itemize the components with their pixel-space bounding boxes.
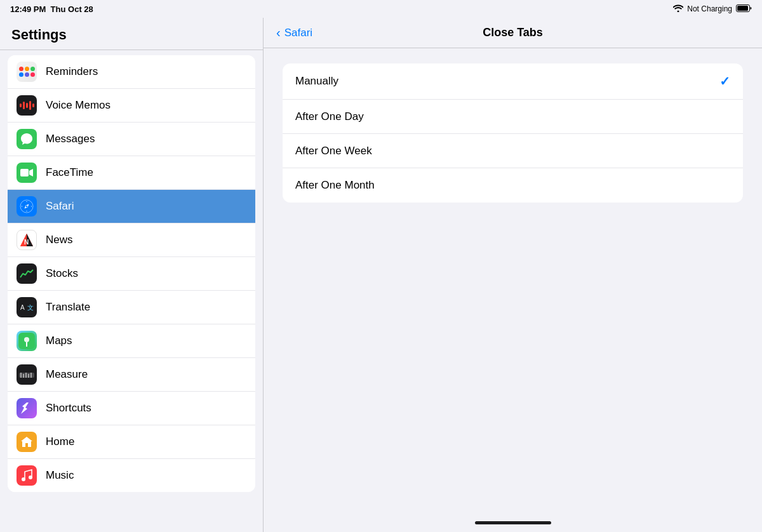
svg-text:N: N xyxy=(24,239,29,246)
detail-content: Manually ✓ After One Day After One Week … xyxy=(264,48,762,516)
voicememos-label: Voice Memos xyxy=(46,99,110,112)
option-manually-label: Manually xyxy=(295,75,338,88)
sidebar-item-music[interactable]: Music xyxy=(8,459,255,492)
option-manually[interactable]: Manually ✓ xyxy=(283,63,743,100)
stocks-label: Stocks xyxy=(46,267,78,280)
sidebar-item-voicememos[interactable]: Voice Memos xyxy=(8,89,255,123)
detail-title: Close Tabs xyxy=(483,26,543,39)
close-tabs-options: Manually ✓ After One Day After One Week … xyxy=(283,63,743,203)
svg-point-5 xyxy=(26,206,28,208)
voicememos-icon xyxy=(17,95,37,116)
status-time-date: 12:49 PM Thu Oct 28 xyxy=(10,4,93,14)
sidebar-item-translate[interactable]: A 文 Translate xyxy=(8,291,255,324)
reminders-icon xyxy=(17,62,37,82)
reminders-label: Reminders xyxy=(46,65,98,78)
option-afteroneweek-label: After One Week xyxy=(295,145,372,157)
translate-icon: A 文 xyxy=(17,297,37,317)
messages-icon xyxy=(17,129,37,149)
svg-point-19 xyxy=(29,475,32,479)
battery-icon xyxy=(736,4,752,14)
news-label: News xyxy=(46,234,73,246)
safari-label: Safari xyxy=(46,200,74,213)
music-label: Music xyxy=(46,469,74,482)
home-label: Home xyxy=(46,436,74,448)
svg-text:文: 文 xyxy=(27,304,34,311)
option-after-one-day[interactable]: After One Day xyxy=(283,100,743,134)
news-icon: N xyxy=(17,230,37,250)
settings-list: Reminders Voice Memos xyxy=(0,50,263,532)
main-container: Settings Reminders xyxy=(0,18,762,532)
facetime-icon xyxy=(17,163,37,183)
sidebar-item-messages[interactable]: Messages xyxy=(8,123,255,156)
measure-icon xyxy=(17,364,37,385)
home-indicator xyxy=(475,521,551,524)
measure-label: Measure xyxy=(46,368,88,381)
back-label: Safari xyxy=(284,27,312,39)
option-afteroneday-label: After One Day xyxy=(295,110,364,123)
translate-label: Translate xyxy=(46,301,90,314)
sidebar-item-maps[interactable]: Maps xyxy=(8,324,255,358)
checkmark-manually: ✓ xyxy=(719,74,730,89)
safari-icon xyxy=(17,196,37,216)
svg-text:A: A xyxy=(20,304,25,311)
detail-header: ‹ Safari Close Tabs xyxy=(264,18,762,48)
sidebar-item-measure[interactable]: Measure xyxy=(8,358,255,392)
svg-point-11 xyxy=(24,337,29,342)
option-after-one-week[interactable]: After One Week xyxy=(283,134,743,168)
wifi-icon xyxy=(673,4,683,14)
stocks-icon xyxy=(17,263,37,284)
sidebar-item-shortcuts[interactable]: Shortcuts xyxy=(8,392,255,425)
facetime-label: FaceTime xyxy=(46,166,93,179)
messages-label: Messages xyxy=(46,133,95,145)
status-indicators: Not Charging xyxy=(673,4,752,14)
sidebar-item-stocks[interactable]: Stocks xyxy=(8,257,255,291)
maps-icon xyxy=(17,331,37,351)
shortcuts-label: Shortcuts xyxy=(46,402,91,415)
svg-rect-2 xyxy=(20,169,29,176)
sidebar-item-safari[interactable]: Safari xyxy=(8,190,255,223)
sidebar-item-home[interactable]: Home xyxy=(8,425,255,459)
settings-title: Settings xyxy=(0,18,263,50)
option-after-one-month[interactable]: After One Month xyxy=(283,168,743,203)
sidebar-item-facetime[interactable]: FaceTime xyxy=(8,156,255,190)
settings-panel: Settings Reminders xyxy=(0,18,264,532)
shortcuts-icon xyxy=(17,398,37,418)
svg-point-18 xyxy=(22,477,25,481)
back-button[interactable]: ‹ Safari xyxy=(276,25,312,40)
option-afteronemonth-label: After One Month xyxy=(295,179,375,192)
home-indicator-area xyxy=(264,516,762,532)
back-chevron-icon: ‹ xyxy=(276,25,281,40)
music-icon xyxy=(17,465,37,486)
svg-rect-1 xyxy=(737,6,748,11)
home-icon xyxy=(17,432,37,452)
status-bar: 12:49 PM Thu Oct 28 Not Charging xyxy=(0,0,762,18)
charging-label: Not Charging xyxy=(687,4,732,13)
settings-group-top: Reminders Voice Memos xyxy=(8,55,255,492)
detail-panel: ‹ Safari Close Tabs Manually ✓ After One… xyxy=(264,18,762,532)
sidebar-item-reminders[interactable]: Reminders xyxy=(8,55,255,89)
svg-rect-12 xyxy=(19,373,34,378)
maps-label: Maps xyxy=(46,335,72,347)
sidebar-item-news[interactable]: N News xyxy=(8,223,255,257)
